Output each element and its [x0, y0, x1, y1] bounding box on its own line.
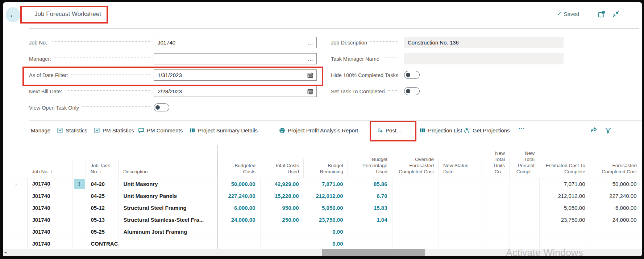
cell-override_forecasted_completed_cost[interactable] [392, 238, 439, 249]
cell-description[interactable]: Unit Masonry Panels [119, 190, 217, 202]
cell-job_no[interactable]: J01740 [27, 238, 72, 249]
cell-forecasted_completed_cost[interactable] [590, 226, 641, 238]
cell-budgeted_costs[interactable] [217, 226, 260, 238]
cell-budget_remaining[interactable]: 0.00 [304, 226, 348, 238]
cell-budget_remaining[interactable]: 0.00 [304, 238, 348, 249]
cell-total_costs_used[interactable] [260, 226, 304, 238]
cell-new_total_percent[interactable] [510, 178, 539, 190]
cell-description[interactable]: Structural Stainless-Steel Fra... [119, 214, 217, 226]
cell-budgeted_costs[interactable]: 24,000.00 [217, 214, 260, 226]
cell-budget_percentage_used[interactable]: 15.83 [348, 202, 392, 214]
cell-override_forecasted_completed_cost[interactable] [392, 226, 439, 238]
view-open-task-only-toggle[interactable] [154, 103, 169, 111]
collapse-page-icon[interactable] [612, 10, 620, 18]
column-header-estimated_cost_to_complete[interactable]: Estimated Cost To Complete [539, 145, 590, 178]
cell-new_total_units[interactable] [482, 190, 510, 202]
cell-budgeted_costs[interactable]: 50,000.00 [217, 178, 260, 190]
cell-budget_remaining[interactable]: 7,071.00 [304, 178, 348, 190]
cell-estimated_cost_to_complete[interactable]: 7,071.00 [539, 178, 590, 190]
lookup-ellipsis-icon[interactable]: … [308, 56, 313, 62]
cell-forecasted_completed_cost[interactable]: 50,000.00 [590, 178, 641, 190]
cell-description[interactable]: Structural Steel Framing [119, 202, 217, 214]
cell-new_total_units[interactable] [482, 202, 510, 214]
toolbar-item-project-summary-details[interactable]: Project Summary Details [189, 126, 258, 135]
cell-total_costs_used[interactable]: 250.00 [260, 214, 304, 226]
cell-row_menu[interactable] [72, 238, 86, 249]
share-button[interactable] [590, 126, 597, 135]
open-in-new-window-icon[interactable] [598, 10, 606, 18]
cell-budgeted_costs[interactable]: 227,240.00 [217, 190, 260, 202]
toolbar-overflow-button[interactable]: ⋯ [518, 124, 525, 132]
cell-estimated_cost_to_complete[interactable]: 5,050.00 [539, 202, 590, 214]
cell-job_no[interactable]: J01740 [27, 178, 72, 190]
cell-job_no[interactable]: J01740 [27, 226, 72, 238]
cell-new_status_date[interactable] [439, 214, 482, 226]
cell-forecasted_completed_cost[interactable]: 6,000.00 [590, 202, 641, 214]
column-header-total_costs_used[interactable]: Total Costs Used [260, 145, 304, 178]
as-of-date-filter-field[interactable]: 1/31/2023 [154, 69, 317, 81]
hide-completed-tasks-toggle[interactable] [404, 71, 420, 79]
next-bill-date-field[interactable]: 2/28/2023 [154, 86, 317, 97]
manager-field[interactable]: … [154, 53, 317, 64]
toolbar-item-project-profit-analysis-report[interactable]: Project Profit Analysis Report [279, 126, 358, 135]
cell-override_forecasted_completed_cost[interactable] [392, 190, 439, 202]
cell-override_forecasted_completed_cost[interactable] [392, 178, 439, 190]
scrollbar-thumb[interactable] [322, 249, 425, 256]
column-header-job_task_no[interactable]: Job Task No. ↑ [86, 145, 119, 178]
job-no-field[interactable]: J01740 … [154, 37, 317, 48]
cell-total_costs_used[interactable]: 42,929.00 [260, 178, 304, 190]
column-header-budget_remaining[interactable]: Budget Remaining [304, 145, 348, 178]
cell-budget_percentage_used[interactable]: 6.70 [348, 190, 392, 202]
cell-estimated_cost_to_complete[interactable] [539, 226, 590, 238]
back-button[interactable]: ← [6, 7, 20, 22]
cell-new_total_percent[interactable] [510, 202, 539, 214]
row-menu-icon[interactable]: ⋮ [74, 179, 85, 189]
cell-new_status_date[interactable] [439, 178, 482, 190]
cell-new_total_units[interactable] [482, 178, 510, 190]
cell-total_costs_used[interactable]: 950.00 [260, 202, 304, 214]
cell-job_task_no[interactable]: CONTRAC... [86, 238, 119, 249]
column-header-override_forecasted_completed_cost[interactable]: Override Forecasted Completed Cost [392, 145, 439, 178]
cell-budget_remaining[interactable]: 23,750.00 [304, 214, 348, 226]
cell-budget_percentage_used[interactable] [348, 238, 392, 249]
cell-new_total_units[interactable] [482, 214, 510, 226]
cell-estimated_cost_to_complete[interactable]: 23,750.00 [539, 214, 590, 226]
cell-job_no[interactable]: J01740 [27, 214, 72, 226]
cell-estimated_cost_to_complete[interactable]: 212,012.00 [539, 190, 590, 202]
cell-budgeted_costs[interactable]: 6,000.00 [217, 202, 260, 214]
cell-job_task_no[interactable]: 04-20 [86, 178, 119, 190]
drilldown-link[interactable]: J01740 [32, 181, 50, 187]
cell-job_task_no[interactable]: 05-25 [86, 226, 119, 238]
column-header-budget_percentage_used[interactable]: Budget Percentage Used [348, 145, 392, 178]
calendar-icon[interactable] [307, 72, 313, 78]
cell-row_menu[interactable] [72, 190, 86, 202]
toolbar-item-statistics[interactable]: Statistics [57, 126, 87, 135]
toolbar-item-manage[interactable]: Manage [31, 126, 50, 135]
cell-new_status_date[interactable] [439, 202, 482, 214]
cell-total_costs_used[interactable] [260, 238, 304, 249]
scroll-left-icon[interactable]: ◂ [4, 250, 7, 255]
column-header-new_status_date[interactable]: New Status Date [439, 145, 482, 178]
cell-forecasted_completed_cost[interactable] [590, 238, 641, 249]
cell-budgeted_costs[interactable] [217, 238, 260, 249]
as-of-date-filter-value[interactable]: 1/31/2023 [158, 72, 307, 78]
cell-new_status_date[interactable] [439, 226, 482, 238]
column-header-new_total_units[interactable]: New Total Units Co... [482, 145, 510, 178]
column-header-description[interactable]: Description [119, 145, 217, 178]
calendar-icon[interactable] [307, 88, 313, 95]
cell-row_menu[interactable] [72, 202, 86, 214]
toolbar-item-pm-statistics[interactable]: PM Statistics [94, 126, 134, 135]
cell-description[interactable] [119, 238, 217, 249]
cell-job_no[interactable]: J01740 [27, 202, 72, 214]
cell-new_total_percent[interactable] [510, 214, 539, 226]
cell-new_status_date[interactable] [439, 238, 482, 249]
toolbar-item-get-projections[interactable]: Get Projections [464, 126, 510, 135]
column-header-forecasted_completed_cost[interactable]: Forecasted Completed Cost [590, 145, 641, 178]
column-header-job_no[interactable]: Job No. ↑ [27, 145, 72, 178]
cell-total_costs_used[interactable]: 15,228.00 [260, 190, 304, 202]
cell-new_total_units[interactable] [482, 238, 510, 249]
toolbar-item-projection-list[interactable]: Projection List [419, 126, 462, 135]
cell-job_no[interactable]: J01740 [27, 190, 72, 202]
cell-forecasted_completed_cost[interactable]: 227,240.00 [590, 190, 641, 202]
cell-row_menu[interactable]: ⋮ [72, 178, 86, 190]
